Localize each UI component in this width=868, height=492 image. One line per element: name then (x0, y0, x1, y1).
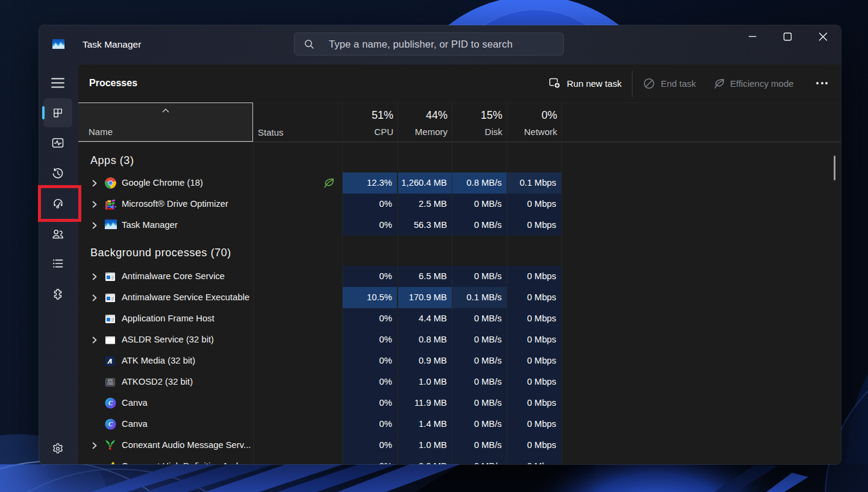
svg-text:C: C (108, 421, 113, 427)
svg-text:C: C (108, 400, 113, 406)
svg-text:OSD: OSD (107, 382, 114, 385)
